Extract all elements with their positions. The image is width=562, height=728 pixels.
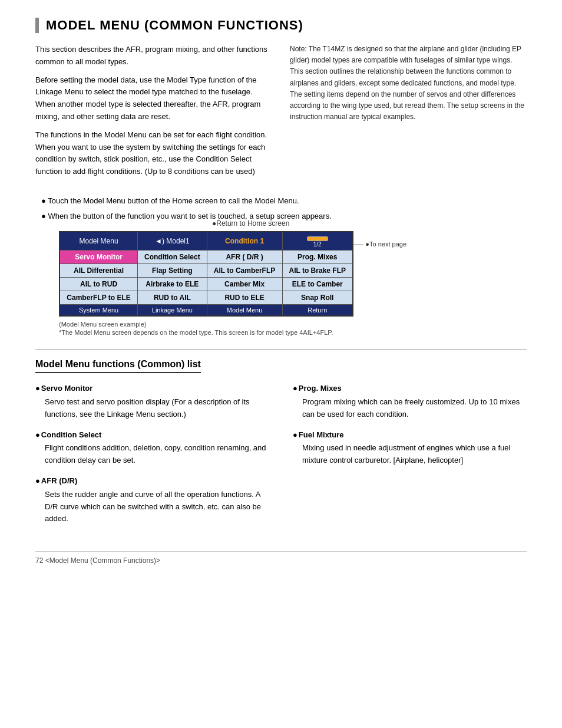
screen-model-menu: Model Menu xyxy=(59,232,138,251)
func-prog-mixes-desc: Program mixing which can be freely custo… xyxy=(302,396,527,421)
btn-ail-brake-flp[interactable]: AIL to Brake FLP xyxy=(282,264,353,278)
progress-container: 1/2 xyxy=(307,236,328,248)
btn-rud-ail[interactable]: RUD to AIL xyxy=(138,291,207,305)
func-servo-monitor-title: Servo Monitor xyxy=(35,383,269,395)
func-afr-dr: AFR (D/R) Sets the rudder angle and curv… xyxy=(35,475,269,525)
func-servo-monitor-desc: Servo test and servo position display (F… xyxy=(45,396,269,421)
screen-condition: Condition 1 xyxy=(207,232,282,251)
btn-linkage-menu[interactable]: Linkage Menu xyxy=(138,305,207,317)
func-prog-mixes-title: Prog. Mixes xyxy=(293,383,527,395)
func-prog-mixes: Prog. Mixes Program mixing which can be … xyxy=(293,383,527,420)
func-servo-monitor: Servo Monitor Servo test and servo posit… xyxy=(35,383,269,420)
func-condition-select-desc: Flight conditions addition, deletion, co… xyxy=(45,442,269,467)
func-fuel-mixture: Fuel Mixture Mixing used in needle adjus… xyxy=(293,429,527,467)
btn-prog-mixes[interactable]: Prog. Mixes xyxy=(282,251,353,264)
btn-ail-diff[interactable]: AIL Differential xyxy=(59,264,138,278)
bullet-item-1: Touch the Model Menu button of the Home … xyxy=(41,195,527,207)
func-fuel-mixture-desc: Mixing used in needle adjustment of engi… xyxy=(302,442,527,467)
section-divider xyxy=(35,349,527,350)
intro-p1: This section describes the AFR, program … xyxy=(35,44,272,68)
screen-diagram: Model Menu ◄) Model1 Condition 1 1/2 xyxy=(59,231,353,317)
functions-left-col: Servo Monitor Servo test and servo posit… xyxy=(35,383,269,533)
return-to-home-label: ●Return to Home screen xyxy=(212,219,289,228)
screen-row-1: Servo Monitor Condition Select AFR ( D/R… xyxy=(59,251,353,264)
intro-section: This section describes the AFR, program … xyxy=(35,44,527,184)
page-number: 1/2 xyxy=(313,241,322,248)
to-next-page-label: ●To next page xyxy=(353,241,406,248)
screen-bottom-bar: System Menu Linkage Menu Model Menu Retu… xyxy=(59,305,353,317)
func-afr-dr-desc: Sets the rudder angle and curve of all t… xyxy=(45,489,269,525)
intro-p3: The functions in the Model Menu can be s… xyxy=(35,129,272,178)
progress-fill xyxy=(308,237,328,241)
btn-condition-select[interactable]: Condition Select xyxy=(138,251,207,264)
screen-header-row: Model Menu ◄) Model1 Condition 1 1/2 xyxy=(59,232,353,251)
btn-afr-dr[interactable]: AFR ( D/R ) xyxy=(207,251,282,264)
intro-p2: Before setting the model data, use the M… xyxy=(35,74,272,123)
speaker-icon: ◄) xyxy=(155,237,164,245)
screen-row-2: AIL Differential Flap Setting AIL to Cam… xyxy=(59,264,353,278)
screen-row-4: CamberFLP to ELE RUD to AIL RUD to ELE S… xyxy=(59,291,353,305)
btn-servo-monitor[interactable]: Servo Monitor xyxy=(59,251,138,264)
screen-row-3: AIL to RUD Airbrake to ELE Camber Mix EL… xyxy=(59,278,353,291)
func-condition-select: Condition Select Flight conditions addit… xyxy=(35,429,269,467)
screen-note: *The Model Menu screen depends on the mo… xyxy=(59,329,527,336)
functions-section-title: Model Menu functions (Common) list xyxy=(35,359,201,373)
btn-ele-camber[interactable]: ELE to Camber xyxy=(282,278,353,291)
screen-page: 1/2 xyxy=(282,232,353,251)
btn-camberflp-ele[interactable]: CamberFLP to ELE xyxy=(59,291,138,305)
intro-right: Note: The T14MZ is designed so that the … xyxy=(290,44,527,184)
btn-flap-setting[interactable]: Flap Setting xyxy=(138,264,207,278)
intro-left: This section describes the AFR, program … xyxy=(35,44,272,184)
btn-rud-ele[interactable]: RUD to ELE xyxy=(207,291,282,305)
btn-ail-camberflp[interactable]: AIL to CamberFLP xyxy=(207,264,282,278)
btn-ail-rud[interactable]: AIL to RUD xyxy=(59,278,138,291)
screen-caption: (Model Menu screen example) xyxy=(59,321,527,328)
func-condition-select-title: Condition Select xyxy=(35,429,269,442)
btn-snap-roll[interactable]: Snap Roll xyxy=(282,291,353,305)
btn-return[interactable]: Return xyxy=(282,305,353,317)
bullet-list: Touch the Model Menu button of the Home … xyxy=(41,195,527,223)
functions-list: Servo Monitor Servo test and servo posit… xyxy=(35,383,527,533)
btn-airbrake-ele[interactable]: Airbrake to ELE xyxy=(138,278,207,291)
functions-right-col: Prog. Mixes Program mixing which can be … xyxy=(293,383,527,533)
func-afr-dr-title: AFR (D/R) xyxy=(35,475,269,487)
page-title: MODEL MENU (COMMON FUNCTIONS) xyxy=(35,18,527,33)
btn-camber-mix[interactable]: Camber Mix xyxy=(207,278,282,291)
progress-bar xyxy=(307,236,328,241)
screen-model1-text: Model1 xyxy=(166,237,189,245)
btn-system-menu[interactable]: System Menu xyxy=(59,305,138,317)
page-footer: 72 <Model Menu (Common Functions)> xyxy=(35,551,527,565)
screen-model1: ◄) Model1 xyxy=(138,232,207,251)
func-fuel-mixture-title: Fuel Mixture xyxy=(293,429,527,442)
btn-model-menu[interactable]: Model Menu xyxy=(207,305,282,317)
